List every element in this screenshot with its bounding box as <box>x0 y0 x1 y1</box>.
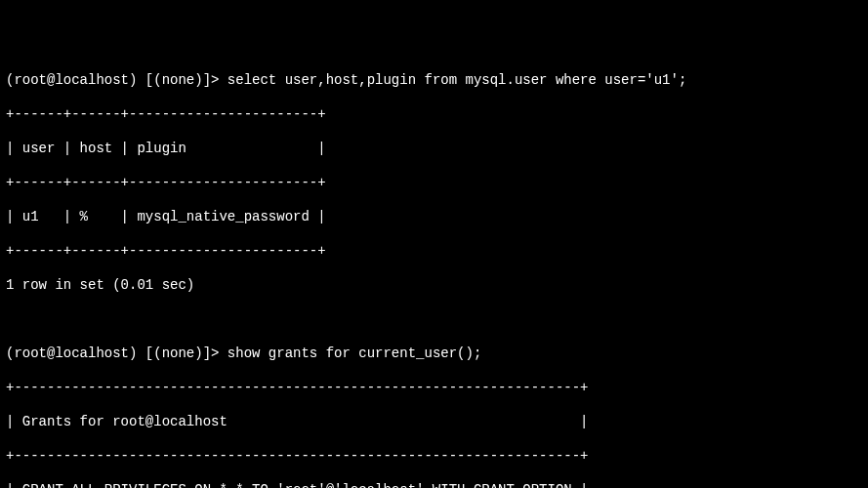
table-header-row: | user | host | plugin | <box>6 141 862 158</box>
table-data-row: | GRANT ALL PRIVILEGES ON *.* TO 'root'@… <box>6 482 862 488</box>
table-border: +------+------+-----------------------+ <box>6 243 862 261</box>
table-border: +---------------------------------------… <box>6 380 862 397</box>
table-border: +---------------------------------------… <box>6 448 862 466</box>
table-header-row: | Grants for root@localhost | <box>6 414 862 431</box>
table-border: +------+------+-----------------------+ <box>6 175 862 192</box>
prompt-line-2: (root@localhost) [(none)]> show grants f… <box>6 346 862 363</box>
table-border: +------+------+-----------------------+ <box>6 106 862 124</box>
result-status: 1 row in set (0.01 sec) <box>6 277 862 295</box>
sql-query-1: select user,host,plugin from mysql.user … <box>227 72 686 88</box>
prompt: (root@localhost) [(none)]> <box>6 346 219 361</box>
sql-query-2: show grants for current_user(); <box>227 346 481 361</box>
prompt: (root@localhost) [(none)]> <box>6 72 219 88</box>
table-data-row: | u1 | % | mysql_native_password | <box>6 209 862 226</box>
blank-line <box>6 311 862 329</box>
prompt-line-1: (root@localhost) [(none)]> select user,h… <box>6 72 862 90</box>
